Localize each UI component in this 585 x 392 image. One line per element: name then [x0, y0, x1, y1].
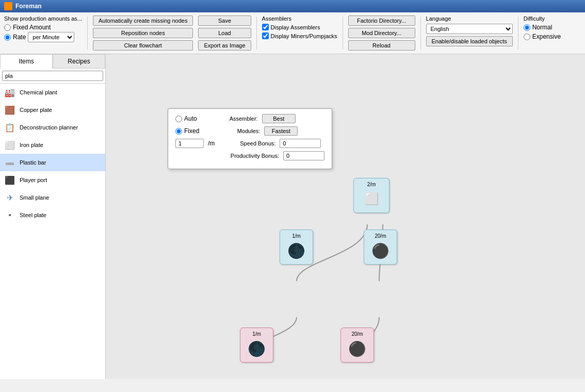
titlebar: Foreman	[0, 0, 585, 12]
rate-select[interactable]: per Minute	[28, 32, 74, 42]
rate-row[interactable]: Rate per Minute	[4, 32, 82, 42]
list-item[interactable]: ▪Steel plate	[0, 206, 105, 224]
divider-3	[343, 17, 343, 50]
node-mid-left-icon: 🌑	[286, 240, 307, 261]
canvas-area[interactable]: Auto Assembler: Best Fixed Modules: Fast…	[106, 54, 585, 379]
load-btn[interactable]: Load	[198, 28, 251, 38]
list-item[interactable]: ⬜Iron plate	[0, 136, 105, 154]
mod-dir-btn[interactable]: Mod Directory...	[348, 28, 415, 38]
divider-2	[256, 17, 257, 50]
difficulty-group: Difficulty Normal Expensive	[524, 15, 561, 40]
display-assemblers-checkbox[interactable]	[262, 24, 269, 30]
node-mid-left[interactable]: 1/m 🌑	[280, 230, 313, 265]
assemblers-label: Assemblers	[262, 15, 337, 22]
fastest-btn[interactable]: Fastest	[264, 126, 298, 136]
divider-1	[87, 17, 88, 50]
main-area: Items Recipes 🏭Chemical plant🟫Copper pla…	[0, 54, 585, 379]
list-item[interactable]: 🏭Chemical plant	[0, 84, 105, 101]
language-select[interactable]: English	[426, 24, 513, 34]
show-production-label: Show production amounts as...	[4, 15, 82, 22]
item-icon-iron-plate: ⬜	[3, 138, 17, 152]
fixed-radio-row[interactable]: Fixed	[175, 127, 199, 135]
item-icon-steel-plate: ▪	[3, 208, 17, 222]
fixed-radio[interactable]	[175, 128, 182, 135]
fixed-amount-label: Fixed Amount	[13, 24, 51, 31]
expensive-row[interactable]: Expensive	[524, 33, 561, 40]
action-buttons-2: Save Load Export as Image	[198, 15, 251, 51]
auto-radio-row[interactable]: Auto	[175, 115, 197, 122]
item-icon-small-plane: ✈	[3, 191, 17, 204]
item-name-deconstruction-planner: Deconstruction planner	[20, 124, 78, 130]
list-item[interactable]: ⬛Player port	[0, 171, 105, 189]
modules-row: Fixed Modules: Fastest	[175, 126, 324, 136]
node-bot-left-label: 1/m	[252, 331, 261, 337]
fixed-value-input[interactable]	[175, 139, 204, 148]
best-btn[interactable]: Best	[262, 114, 296, 123]
display-miners-row[interactable]: Display Miners/Pumpjacks	[262, 32, 337, 39]
assembler-row: Auto Assembler: Best	[175, 114, 324, 123]
node-mid-right-label: 20/m	[375, 233, 386, 239]
display-miners-label: Display Miners/Pumpjacks	[271, 33, 337, 39]
auto-label: Auto	[184, 115, 197, 122]
fixed-amount-radio[interactable]	[4, 24, 11, 31]
list-item[interactable]: ▬Plastic bar	[0, 154, 105, 171]
divider-5	[518, 17, 518, 50]
search-box	[0, 69, 105, 84]
auto-radio[interactable]	[175, 116, 182, 122]
factorio-dir-btn[interactable]: Factorio Directory...	[348, 15, 415, 26]
item-name-small-plane: Small plane	[20, 194, 49, 201]
node-bot-right-label: 20/m	[351, 331, 363, 337]
list-item[interactable]: ✈Small plane	[0, 189, 105, 206]
tab-items[interactable]: Items	[0, 54, 53, 69]
tab-bar: Items Recipes	[0, 54, 105, 69]
fixed-value-row: /m Speed Bonus:	[175, 139, 324, 148]
tab-recipes[interactable]: Recipes	[53, 54, 105, 68]
enable-disable-btn[interactable]: Enable/disable loaded objects	[426, 36, 513, 46]
item-name-steel-plate: Steel plate	[20, 212, 46, 218]
fixed-amount-row[interactable]: Fixed Amount	[4, 24, 82, 31]
node-mid-left-label: 1/m	[292, 233, 301, 239]
list-item[interactable]: 🟫Copper plate	[0, 101, 105, 119]
node-bot-left[interactable]: 1/m 🌑	[240, 328, 273, 363]
normal-radio[interactable]	[524, 24, 530, 31]
display-assemblers-label: Display Assemblers	[271, 24, 320, 30]
config-box: Auto Assembler: Best Fixed Modules: Fast…	[168, 108, 332, 169]
search-input[interactable]	[2, 71, 103, 81]
speed-bonus-input[interactable]	[280, 139, 321, 148]
item-name-copper-plate: Copper plate	[20, 107, 52, 113]
item-name-chemical-plant: Chemical plant	[20, 89, 57, 95]
display-miners-checkbox[interactable]	[262, 32, 269, 39]
normal-label: Normal	[532, 24, 553, 31]
save-btn[interactable]: Save	[198, 15, 251, 26]
node-bot-right-icon: ⚫	[347, 338, 368, 359]
expensive-radio[interactable]	[524, 34, 530, 40]
difficulty-label: Difficulty	[524, 15, 561, 22]
app-title: Foreman	[15, 3, 42, 10]
item-icon-deconstruction-planner: 📋	[3, 121, 17, 134]
productivity-bonus-label: Productivity Bonus:	[222, 153, 279, 159]
rate-radio[interactable]	[4, 34, 11, 41]
normal-row[interactable]: Normal	[524, 24, 561, 31]
node-mid-right[interactable]: 20/m ⚫	[364, 230, 397, 265]
app-icon	[4, 2, 12, 10]
expensive-label: Expensive	[532, 33, 561, 40]
node-bot-left-icon: 🌑	[247, 338, 267, 359]
productivity-bonus-input[interactable]	[283, 151, 324, 160]
reposition-btn[interactable]: Reposition nodes	[93, 28, 193, 38]
assemblers-group: Assemblers Display Assemblers Display Mi…	[262, 15, 337, 39]
per-m-label: /m	[208, 140, 215, 147]
speed-bonus-label: Speed Bonus:	[219, 140, 275, 146]
modules-label: Modules:	[203, 128, 260, 134]
clear-btn[interactable]: Clear flowchart	[93, 40, 193, 51]
reload-btn[interactable]: Reload	[348, 40, 415, 51]
production-amounts-group: Show production amounts as... Fixed Amou…	[4, 15, 82, 42]
node-bot-right[interactable]: 20/m ⚫	[340, 328, 374, 363]
display-assemblers-row[interactable]: Display Assemblers	[262, 24, 337, 30]
list-item[interactable]: 📋Deconstruction planner	[0, 119, 105, 136]
node-top-center[interactable]: 2/m ⬜	[353, 178, 389, 213]
item-list: 🏭Chemical plant🟫Copper plate📋Deconstruct…	[0, 84, 105, 379]
productivity-row: Productivity Bonus:	[175, 151, 324, 160]
auto-create-btn[interactable]: Automatically create missing nodes	[93, 15, 193, 26]
export-btn[interactable]: Export as Image	[198, 40, 251, 51]
fixed-label: Fixed	[184, 127, 199, 135]
